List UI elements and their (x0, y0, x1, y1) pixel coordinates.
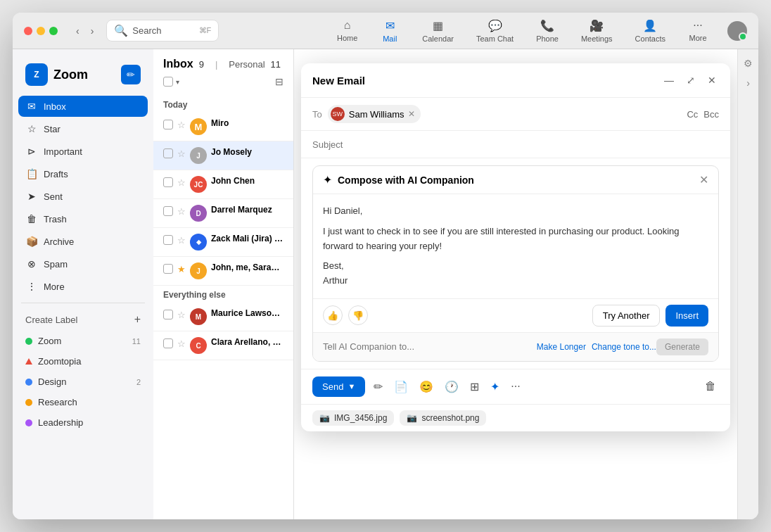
recipient-chip[interactable]: SW Sam Williams ✕ (328, 105, 421, 123)
label-zoom[interactable]: Zoom 11 (18, 331, 148, 350)
sidebar-item-trash[interactable]: 🗑 Trash (18, 208, 148, 229)
email-checkbox[interactable] (163, 206, 173, 216)
attach-file-button[interactable]: 📄 (391, 377, 411, 396)
back-arrow[interactable]: ‹ (72, 23, 84, 39)
sidebar-item-star[interactable]: ☆ Star (18, 118, 148, 139)
sidebar-item-trash-label: Trash (44, 214, 67, 224)
close-compose-button[interactable]: ✕ (705, 73, 719, 87)
personal-tab[interactable]: Personal (229, 59, 265, 70)
email-sender: John Chen (211, 176, 283, 186)
more-options-button[interactable]: ··· (508, 377, 523, 395)
clock-button[interactable]: 🕐 (442, 377, 461, 396)
user-avatar[interactable] (727, 21, 747, 41)
send-button[interactable]: Send ▼ (312, 376, 365, 397)
bcc-button[interactable]: Bcc (703, 109, 719, 120)
sidebar-item-inbox[interactable]: ✉ Inbox (18, 96, 148, 117)
generate-button[interactable]: Generate (656, 338, 708, 355)
email-row[interactable]: ☆ D Darrel Marquez (153, 199, 293, 228)
nav-home[interactable]: ⌂ Home (326, 15, 369, 46)
email-row[interactable]: ☆ J Jo Mosely (153, 141, 293, 170)
insert-button[interactable]: Insert (665, 305, 708, 327)
maximize-traffic-light[interactable] (49, 27, 58, 35)
email-info: Zack Mali (Jira) (5) (211, 234, 283, 243)
email-star-icon[interactable]: ☆ (177, 177, 186, 188)
nav-phone[interactable]: 📞 Phone (525, 15, 570, 47)
label-design-name: Design (38, 376, 66, 387)
email-avatar: M (190, 118, 207, 135)
sidebar-item-more[interactable]: ⋮ More (18, 276, 148, 297)
label-design[interactable]: Design 2 (18, 372, 148, 391)
email-checkbox[interactable] (163, 264, 173, 274)
ai-instruction-input[interactable] (323, 341, 531, 352)
select-dropdown-icon[interactable]: ▾ (176, 78, 179, 86)
email-row[interactable]: ★ J John, me, Sarah (10) (153, 257, 293, 286)
forward-arrow[interactable]: › (87, 23, 98, 39)
create-label-plus-icon[interactable]: + (134, 313, 141, 326)
formatting-button[interactable]: ✏ (371, 377, 386, 396)
email-checkbox[interactable] (163, 310, 173, 319)
email-star-icon[interactable]: ★ (177, 264, 186, 274)
sidebar-item-drafts[interactable]: 📋 Drafts (18, 163, 148, 184)
sidebar-item-sent[interactable]: ➤ Sent (18, 186, 148, 207)
email-star-icon[interactable]: ☆ (177, 310, 186, 320)
sidebar-item-spam[interactable]: ⊗ Spam (18, 253, 148, 274)
make-longer-button[interactable]: Make Longer (537, 342, 586, 352)
nav-more[interactable]: ··· More (677, 15, 719, 46)
email-row[interactable]: ☆ M Maurice Lawson (2) (153, 303, 293, 331)
nav-meetings[interactable]: 🎥 Meetings (570, 15, 624, 47)
email-star-icon[interactable]: ☆ (177, 338, 186, 349)
minimize-compose-button[interactable]: — (661, 73, 677, 87)
thumbs-down-button[interactable]: 👎 (348, 305, 368, 325)
compose-title: New Email (312, 75, 661, 87)
email-star-icon[interactable]: ☆ (177, 120, 186, 130)
compose-button[interactable]: ✏ (121, 65, 141, 84)
research-label-dot (25, 399, 32, 406)
close-ai-companion-button[interactable]: ✕ (699, 173, 708, 186)
nav-calendar[interactable]: ▦ Calendar (411, 15, 465, 47)
sidebar-item-more-label: More (44, 281, 65, 292)
subject-input[interactable] (312, 139, 719, 150)
email-checkbox[interactable] (163, 338, 173, 348)
label-leadership[interactable]: Leadership (18, 413, 148, 432)
change-tone-button[interactable]: Change tone to... (592, 342, 656, 352)
sidebar-item-archive[interactable]: 📦 Archive (18, 231, 148, 252)
delete-draft-button[interactable]: 🗑 (702, 377, 719, 395)
create-label-row[interactable]: Create Label + (18, 309, 148, 330)
email-star-icon[interactable]: ☆ (177, 235, 186, 246)
trash-icon: 🗑 (25, 213, 38, 224)
attachment-item[interactable]: 📷 screenshot.png (400, 410, 486, 426)
attachment-item[interactable]: 📷 IMG_3456.jpg (312, 410, 394, 426)
ai-toolbar-button[interactable]: ✦ (488, 377, 502, 396)
thumbs-up-button[interactable]: 👍 (323, 305, 343, 325)
nav-teamchat[interactable]: 💬 Team Chat (465, 15, 525, 47)
email-star-icon[interactable]: ☆ (177, 206, 186, 217)
email-checkbox[interactable] (163, 235, 173, 245)
expand-panel-icon[interactable]: › (746, 77, 750, 89)
nav-contacts[interactable]: 👤 Contacts (624, 15, 677, 47)
label-research[interactable]: Research (18, 393, 148, 412)
email-row[interactable]: ☆ JC John Chen (153, 170, 293, 199)
filter-icon[interactable]: ⊟ (275, 76, 283, 87)
email-checkbox[interactable] (163, 120, 173, 129)
close-traffic-light[interactable] (24, 27, 32, 35)
email-row[interactable]: ☆ ◆ Zack Mali (Jira) (5) (153, 228, 293, 257)
email-checkbox[interactable] (163, 177, 173, 187)
emoji-button[interactable]: 😊 (416, 377, 436, 396)
expand-compose-button[interactable]: ⤢ (684, 73, 698, 87)
label-zoomtopia[interactable]: Zoomtopia (18, 352, 148, 371)
cc-button[interactable]: Cc (687, 109, 698, 120)
settings-panel-icon[interactable]: ⚙ (744, 58, 753, 69)
sidebar-item-important[interactable]: ⊳ Important (18, 141, 148, 162)
table-button[interactable]: ⊞ (467, 377, 482, 396)
try-another-button[interactable]: Try Another (592, 305, 661, 327)
email-row[interactable]: ☆ C Clara Arellano, Sara (153, 331, 293, 360)
email-checkbox[interactable] (163, 148, 173, 158)
titlebar-search[interactable]: 🔍 Search ⌘F (106, 20, 219, 42)
email-star-icon[interactable]: ☆ (177, 148, 186, 159)
remove-recipient-icon[interactable]: ✕ (408, 109, 415, 119)
nav-mail[interactable]: ✉ Mail (369, 15, 411, 47)
email-sender: Miro (211, 118, 283, 128)
select-all-checkbox[interactable] (163, 77, 173, 87)
minimize-traffic-light[interactable] (37, 27, 45, 35)
email-row[interactable]: ☆ M Miro (153, 113, 293, 141)
